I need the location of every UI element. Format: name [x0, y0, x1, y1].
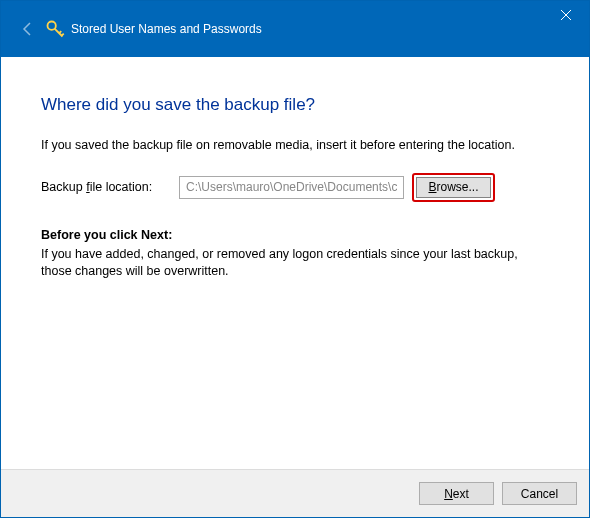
svg-line-4: [59, 31, 61, 33]
backup-location-row: Backup file location: Browse...: [41, 173, 549, 202]
close-button[interactable]: [543, 1, 589, 29]
instructions-text: If you saved the backup file on removabl…: [41, 137, 549, 155]
backup-location-input[interactable]: [179, 176, 404, 199]
next-button[interactable]: Next: [419, 482, 494, 505]
backup-location-label: Backup file location:: [41, 180, 171, 194]
close-icon: [561, 10, 571, 20]
svg-line-5: [62, 34, 64, 36]
browse-highlight: Browse...: [412, 173, 495, 202]
before-next-text: If you have added, changed, or removed a…: [41, 246, 549, 281]
titlebar: Stored User Names and Passwords: [1, 1, 589, 57]
browse-button[interactable]: Browse...: [416, 177, 491, 198]
key-icon: [45, 19, 65, 39]
window-title: Stored User Names and Passwords: [71, 22, 262, 36]
back-arrow-icon: [20, 21, 36, 37]
cancel-button[interactable]: Cancel: [502, 482, 577, 505]
svg-point-2: [48, 22, 56, 30]
footer-bar: Next Cancel: [1, 469, 589, 517]
content-area: Where did you save the backup file? If y…: [1, 57, 589, 469]
page-heading: Where did you save the backup file?: [41, 95, 549, 115]
before-next-heading: Before you click Next:: [41, 228, 549, 242]
back-button: [19, 20, 37, 38]
